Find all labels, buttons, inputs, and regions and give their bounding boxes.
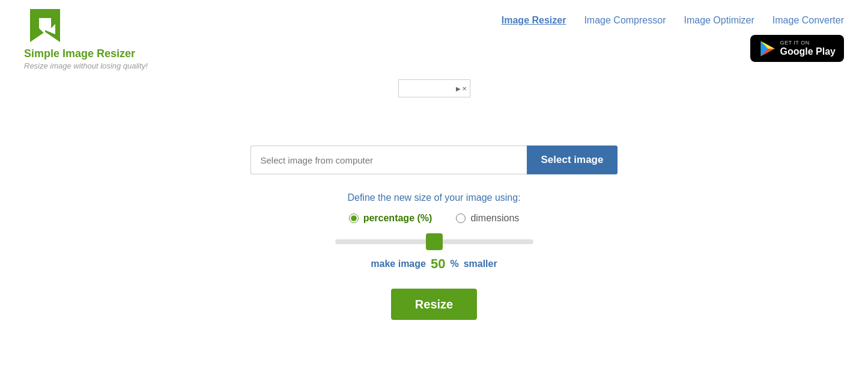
google-play-small-text: GET IT ON (780, 40, 836, 46)
file-path-input[interactable] (250, 146, 527, 174)
radio-option-dimensions[interactable]: dimensions (456, 213, 519, 224)
define-label: Define the new size of your image using: (347, 192, 520, 203)
make-image-row: make image 50 % smaller (371, 256, 497, 272)
radio-dimensions[interactable] (456, 213, 466, 223)
google-play-icon (759, 40, 775, 57)
radio-option-percentage[interactable]: percentage (%) (349, 213, 432, 224)
make-image-unit: % (450, 259, 458, 269)
select-image-button[interactable]: Select image (527, 146, 618, 174)
file-input-row: Select image (250, 146, 618, 174)
logo-subtitle: Resize image without losing quality! (24, 61, 148, 70)
logo-section: Simple Image Resizer Resize image withou… (24, 9, 148, 70)
google-play-text: GET IT ON Google Play (780, 40, 836, 57)
radio-group: percentage (%) dimensions (349, 213, 520, 224)
nav-image-resizer[interactable]: Image Resizer (502, 15, 566, 26)
radio-percentage[interactable] (349, 213, 359, 223)
make-image-suffix: smaller (464, 259, 497, 269)
header: Simple Image Resizer Resize image withou… (0, 0, 868, 70)
google-play-large-text: Google Play (780, 46, 836, 57)
define-section: Define the new size of your image using:… (0, 192, 868, 320)
percentage-value: 50 (431, 256, 445, 272)
nav-section: Image Resizer Image Compressor Image Opt… (502, 15, 844, 26)
radio-dimensions-label: dimensions (470, 213, 519, 224)
nav-image-converter[interactable]: Image Converter (772, 15, 844, 26)
logo-title: Simple Image Resizer (24, 48, 135, 60)
nav-image-compressor[interactable]: Image Compressor (584, 15, 666, 26)
nav-image-optimizer[interactable]: Image Optimizer (684, 15, 754, 26)
logo-icon (24, 9, 66, 45)
make-image-prefix: make image (371, 259, 426, 269)
resize-button[interactable]: Resize (391, 289, 477, 320)
ad-placeholder: ▶ ✕ (398, 79, 470, 97)
size-slider[interactable] (335, 239, 533, 244)
main-content: Select image Define the new size of your… (0, 146, 868, 320)
ad-area: ▶ ✕ (0, 79, 868, 97)
radio-percentage-label: percentage (%) (363, 213, 432, 224)
slider-container (335, 236, 533, 247)
ad-label: ▶ ✕ (456, 85, 467, 92)
header-right: Image Resizer Image Compressor Image Opt… (502, 9, 844, 62)
google-play-button[interactable]: GET IT ON Google Play (750, 35, 844, 62)
